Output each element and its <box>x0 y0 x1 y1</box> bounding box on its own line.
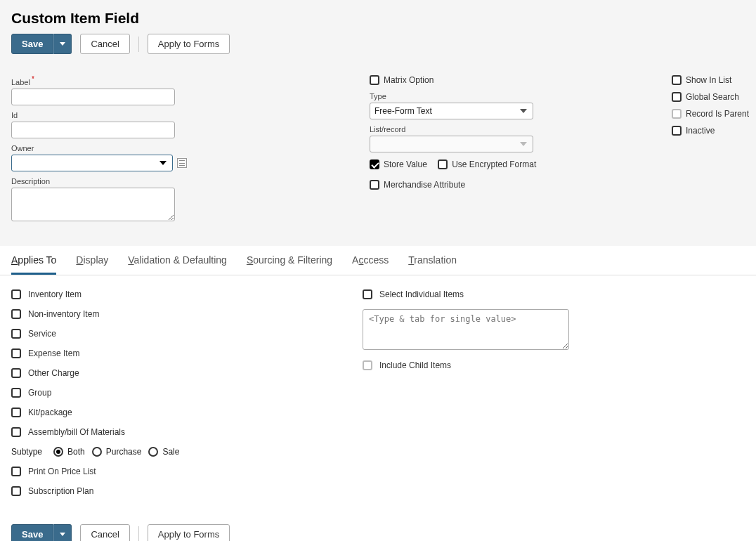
inactive-label: Inactive <box>686 126 715 136</box>
owner-select[interactable] <box>11 155 173 171</box>
select-individual-items-label: Select Individual Items <box>379 289 464 299</box>
service-label: Service <box>28 329 56 339</box>
global-search-checkbox[interactable] <box>672 92 682 102</box>
subtype-both-radio[interactable] <box>53 447 63 457</box>
merch-attribute-checkbox[interactable] <box>370 180 379 190</box>
inventory-item-checkbox[interactable] <box>11 289 21 299</box>
tab-access[interactable]: Acccess <box>352 246 389 275</box>
tab-applies-to[interactable]: Applies To <box>11 246 56 275</box>
id-label: Id <box>11 111 187 119</box>
bottom-toolbar: Save Cancel Apply to Forms <box>0 520 756 541</box>
caret-down-icon <box>520 142 527 146</box>
top-toolbar: Save Cancel Apply to Forms <box>11 34 745 54</box>
other-charge-checkbox[interactable] <box>11 368 21 378</box>
kit-checkbox[interactable] <box>11 408 21 417</box>
save-button-bottom[interactable]: Save <box>11 524 53 541</box>
description-input[interactable] <box>11 188 175 221</box>
label-input[interactable] <box>11 89 175 105</box>
subtype-sale-radio[interactable] <box>148 447 158 457</box>
tab-display[interactable]: Display <box>76 246 108 275</box>
other-charge-label: Other Charge <box>28 368 79 378</box>
global-search-label: Global Search <box>686 92 739 102</box>
type-select[interactable]: Free-Form Text <box>370 103 533 119</box>
print-price-list-checkbox[interactable] <box>11 467 21 476</box>
form-header: Label* Id Owner Description Matrix Opt <box>0 65 756 246</box>
encrypted-checkbox[interactable] <box>438 159 448 169</box>
store-value-label: Store Value <box>384 159 427 169</box>
subtype-both-label: Both <box>67 447 85 457</box>
record-is-parent-checkbox <box>672 109 682 119</box>
merch-attribute-label: Merchandise Attribute <box>384 180 465 190</box>
select-individual-items-checkbox[interactable] <box>363 289 372 299</box>
save-button[interactable]: Save <box>11 34 53 54</box>
expense-item-checkbox[interactable] <box>11 348 21 358</box>
individual-items-input[interactable] <box>363 309 569 350</box>
tab-translation[interactable]: Translation <box>408 246 457 275</box>
page-title: Custom Item Field <box>11 10 745 27</box>
label-label: Label* <box>11 75 187 86</box>
include-child-items-checkbox <box>363 360 372 370</box>
assembly-label: Assembly/bill Of Materials <box>28 427 125 437</box>
owner-label: Owner <box>11 144 187 152</box>
subtype-purchase-label: Purchase <box>106 447 142 457</box>
print-price-list-label: Print On Price List <box>28 467 96 476</box>
subscription-plan-label: Subscription Plan <box>28 486 93 496</box>
matrix-option-checkbox[interactable] <box>370 75 379 85</box>
include-child-items-label: Include Child Items <box>379 360 451 370</box>
store-value-checkbox[interactable] <box>370 159 379 169</box>
expense-item-label: Expense Item <box>28 348 79 358</box>
cancel-button[interactable]: Cancel <box>80 34 129 54</box>
kit-label: Kit/package <box>28 408 72 417</box>
id-input[interactable] <box>11 122 175 138</box>
noninventory-item-checkbox[interactable] <box>11 309 21 319</box>
caret-down-icon <box>520 109 527 113</box>
apply-to-forms-button-bottom[interactable]: Apply to Forms <box>148 524 230 541</box>
tabs: Applies To Display Validation & Defaulti… <box>11 246 745 275</box>
apply-to-forms-button[interactable]: Apply to Forms <box>148 34 230 54</box>
show-in-list-label: Show In List <box>686 75 731 85</box>
record-is-parent-label: Record Is Parent <box>686 109 749 119</box>
assembly-checkbox[interactable] <box>11 427 21 437</box>
toolbar-separator <box>138 526 139 541</box>
subscription-plan-checkbox[interactable] <box>11 486 21 496</box>
matrix-option-label: Matrix Option <box>384 75 434 85</box>
description-label: Description <box>11 177 187 185</box>
tab-validation[interactable]: Validation & Defaulting <box>128 246 227 275</box>
caret-down-icon <box>60 42 65 46</box>
type-label: Type <box>370 92 651 100</box>
cancel-button-bottom[interactable]: Cancel <box>80 524 129 541</box>
subtype-label: Subtype <box>11 447 42 457</box>
save-dropdown-button-bottom[interactable] <box>53 524 72 541</box>
listrecord-select[interactable] <box>370 136 533 152</box>
subtype-purchase-radio[interactable] <box>92 447 102 457</box>
show-in-list-checkbox[interactable] <box>672 75 682 85</box>
encrypted-label: Use Encrypted Format <box>452 159 536 169</box>
caret-down-icon <box>159 161 167 165</box>
tab-sourcing[interactable]: Sourcing & Filtering <box>247 246 332 275</box>
owner-popup-icon[interactable] <box>177 158 187 168</box>
subtype-sale-label: Sale <box>162 447 179 457</box>
inventory-item-label: Inventory Item <box>28 289 82 299</box>
service-checkbox[interactable] <box>11 329 21 339</box>
inactive-checkbox[interactable] <box>672 126 682 136</box>
toolbar-separator <box>138 37 139 52</box>
noninventory-item-label: Non-inventory Item <box>28 309 99 319</box>
caret-down-icon <box>60 533 65 536</box>
group-checkbox[interactable] <box>11 388 21 398</box>
group-label: Group <box>28 388 51 398</box>
listrecord-label: List/record <box>370 125 651 133</box>
save-dropdown-button[interactable] <box>53 34 72 54</box>
